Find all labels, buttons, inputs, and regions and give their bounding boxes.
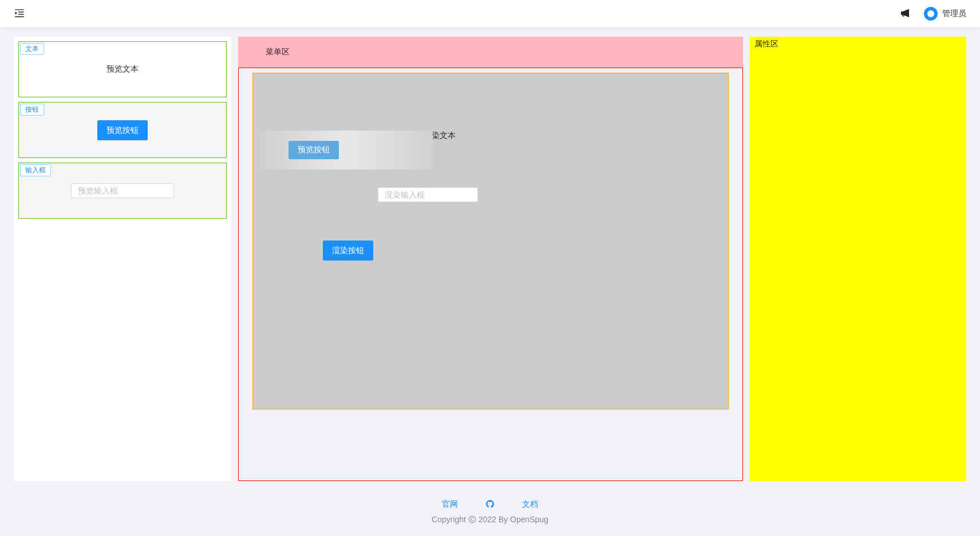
component-item-text[interactable]: 文本 预览文本 <box>18 41 227 97</box>
header: 管理员 <box>0 0 980 27</box>
menu-area-label: 菜单区 <box>266 47 290 56</box>
footer: 官网 文档 Copyright 2022 By OpenSpug <box>0 490 980 536</box>
copyright-suffix: 2022 By OpenSpug <box>476 515 548 524</box>
preview-input[interactable] <box>71 183 174 198</box>
github-icon <box>485 499 495 509</box>
menu-fold-icon[interactable] <box>14 7 25 21</box>
user-area[interactable]: 管理员 <box>924 7 966 21</box>
component-tag: 输入框 <box>20 164 51 176</box>
username: 管理员 <box>942 9 966 19</box>
copyright-icon <box>468 515 476 523</box>
copyright-prefix: Copyright <box>432 515 468 524</box>
render-input[interactable] <box>378 187 478 202</box>
render-button[interactable]: 渲染按钮 <box>323 241 373 261</box>
notification-icon[interactable] <box>900 8 910 20</box>
props-area-label: 属性区 <box>754 39 779 48</box>
preview-button[interactable]: 预览按钮 <box>97 120 148 140</box>
menu-area: 菜单区 <box>238 37 743 68</box>
component-item-button[interactable]: 按钮 预览按钮 <box>18 102 227 158</box>
component-tag: 文本 <box>20 43 44 55</box>
copyright: Copyright 2022 By OpenSpug <box>0 515 980 524</box>
canvas-area: 渲染文本 预览按钮 渲染按钮 <box>238 68 743 481</box>
canvas-inner[interactable]: 渲染文本 预览按钮 渲染按钮 <box>252 73 729 409</box>
header-right: 管理员 <box>900 7 966 21</box>
footer-links: 官网 文档 <box>0 499 980 510</box>
preview-text: 预览文本 <box>106 64 139 74</box>
footer-link-docs[interactable]: 文档 <box>522 499 538 510</box>
props-area: 属性区 <box>750 37 966 481</box>
render-preview-button[interactable]: 预览按钮 <box>289 141 339 159</box>
render-preview-button-wrap[interactable]: 预览按钮 <box>260 131 433 170</box>
main-content: 文本 预览文本 按钮 预览按钮 输入框 菜单区 渲染文本 预览按钮 渲染按钮 <box>0 27 980 490</box>
sidebar-panel: 文本 预览文本 按钮 预览按钮 输入框 <box>14 37 231 481</box>
header-left <box>14 7 25 21</box>
avatar <box>924 7 938 21</box>
footer-link-website[interactable]: 官网 <box>442 499 458 510</box>
component-item-input[interactable]: 输入框 <box>18 163 227 219</box>
center-area: 菜单区 渲染文本 预览按钮 渲染按钮 <box>238 37 743 481</box>
footer-link-github[interactable] <box>485 499 495 510</box>
component-tag: 按钮 <box>20 104 44 116</box>
